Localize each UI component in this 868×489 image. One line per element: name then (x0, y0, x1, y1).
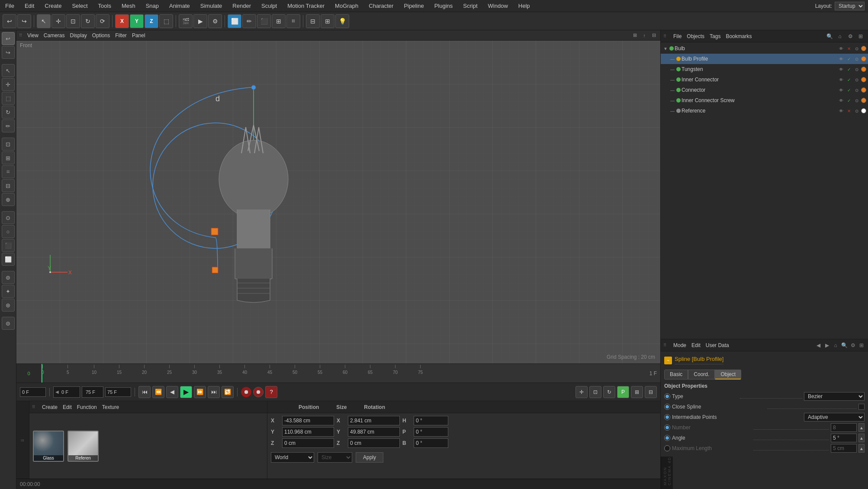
timeline-ruler[interactable]: 0 051015202530354045505560657075 1 F (16, 364, 660, 383)
menu-window[interactable]: Window (486, 2, 510, 10)
array-button[interactable]: ⊞ (272, 14, 286, 28)
obj-row-bulbprofile[interactable]: — Bulb Profile 👁 ✓ ⊙ (661, 54, 868, 64)
reference-icon-eye[interactable]: 👁 (838, 107, 845, 114)
x-axis-button[interactable]: X (115, 14, 129, 28)
prop-closespline-checkbox[interactable] (858, 404, 865, 410)
material-reference[interactable]: Referen (68, 431, 99, 462)
reference-expand-icon[interactable]: — (669, 108, 675, 114)
deformer-button[interactable]: ⌗ (286, 14, 300, 28)
playback-icon-2[interactable]: ⊡ (589, 386, 601, 398)
obj-menu-tags[interactable]: Tags (710, 33, 720, 39)
innerconnector-icon-eye[interactable]: 👁 (838, 76, 845, 83)
left-tool-12[interactable]: ⬛ (2, 239, 15, 252)
left-tool-1[interactable]: ↩ (2, 32, 15, 45)
obj-tb-gear[interactable]: ⚙ (845, 32, 855, 41)
innerconnector-icon-check[interactable]: ✓ (845, 76, 852, 83)
innerconnectorscrew-expand-icon[interactable]: — (669, 97, 675, 103)
cube-button[interactable]: ⬜ (228, 14, 241, 28)
size-dropdown[interactable]: Size (318, 452, 352, 463)
left-tool-14[interactable]: ⊚ (2, 271, 15, 284)
loop-button[interactable]: 🔁 (222, 386, 234, 398)
bulbprofile-icon-eye[interactable]: 👁 (838, 55, 845, 62)
prop-number-input[interactable] (831, 423, 857, 432)
left-tool-5[interactable]: ⊡ (2, 138, 15, 151)
obj-tb-home[interactable]: ⌂ (835, 32, 845, 41)
material-glass[interactable]: Glass (33, 431, 64, 462)
connector-icon-check[interactable]: ✓ (845, 87, 852, 93)
transform-tool-button[interactable]: ⟳ (96, 14, 109, 28)
go-first-button[interactable]: ⏮ (138, 386, 151, 398)
viewport[interactable]: ⠿ View Cameras Display Options Filter Pa… (16, 30, 660, 364)
left-tool-2[interactable]: ↪ (2, 46, 15, 59)
playback-icon-6[interactable]: ⊟ (645, 386, 657, 398)
play-next-button[interactable]: ⏩ (194, 386, 206, 398)
layout-dropdown[interactable]: Startup (835, 2, 865, 10)
tungsten-icon-check[interactable]: ✓ (845, 66, 852, 73)
obj-menu-bookmarks[interactable]: Bookmarks (726, 33, 752, 39)
coord-x-pos[interactable] (282, 416, 334, 425)
left-tool-11[interactable]: ○ (2, 225, 15, 238)
innerconnectorscrew-icon-dot[interactable]: ⊙ (853, 97, 860, 104)
menu-sculpt[interactable]: Sculpt (260, 2, 279, 10)
connector-icon-eye[interactable]: 👁 (838, 87, 845, 93)
reference-icon-dot[interactable]: ⊙ (853, 107, 860, 114)
undo-button[interactable]: ↩ (3, 14, 16, 28)
menu-file[interactable]: File (3, 2, 16, 10)
obj-menu-file[interactable]: File (673, 33, 682, 39)
menu-render[interactable]: Render (231, 2, 253, 10)
pen-tool-button[interactable]: ✏ (242, 14, 256, 28)
prop-number-stepper-up[interactable]: ▲ (858, 423, 865, 432)
props-expand[interactable]: ⊞ (858, 341, 865, 349)
props-nav-back[interactable]: ◀ (814, 341, 822, 349)
obj-row-innerconnectorscrew[interactable]: — Inner Connector Screw 👁 ✓ ⊙ (661, 95, 868, 106)
start-frame-input[interactable] (60, 387, 77, 397)
autokey-button[interactable]: ⏺ (253, 387, 264, 397)
prop-intermediatepoints-select[interactable]: Adaptive Uniform Subdivided (804, 413, 865, 421)
menu-mesh[interactable]: Mesh (120, 2, 137, 10)
menu-script[interactable]: Script (461, 2, 479, 10)
keyframe-button[interactable]: ? (265, 386, 277, 398)
bulb-expand-icon[interactable]: ▼ (662, 45, 669, 51)
coord-y-pos[interactable] (282, 427, 334, 437)
menu-animate[interactable]: Animate (167, 2, 192, 10)
coord-x-size[interactable] (348, 416, 400, 425)
props-menu-edit[interactable]: Edit (691, 342, 701, 348)
props-nav-fwd[interactable]: ▶ (823, 341, 831, 349)
obj-row-tungsten[interactable]: — Tungsten 👁 ✓ ⊙ (661, 64, 868, 74)
connector-icon-dot[interactable]: ⊙ (853, 87, 860, 93)
go-last-button[interactable]: ⏭ (208, 386, 220, 398)
obj-menu-objects[interactable]: Objects (687, 33, 704, 39)
playback-icon-4[interactable]: P (617, 386, 629, 398)
boolean-button[interactable]: ⬛ (257, 14, 271, 28)
left-tool-box[interactable]: ⬚ (2, 92, 15, 105)
play-back-button[interactable]: ◀ (166, 386, 178, 398)
scale-tool-button[interactable]: ⊡ (66, 14, 80, 28)
playback-icon-1[interactable]: ✛ (575, 386, 588, 398)
left-tool-9[interactable]: ⊕ (2, 193, 15, 206)
props-gear[interactable]: ⚙ (849, 341, 857, 349)
menu-motiontracker[interactable]: Motion Tracker (286, 2, 326, 10)
innerconnector-icon-dot[interactable]: ⊙ (853, 76, 860, 83)
move-tool-button[interactable]: ✛ (51, 14, 65, 28)
innerconnectorscrew-icon-check[interactable]: ✓ (845, 97, 852, 104)
bulbprofile-expand-icon[interactable]: — (669, 56, 675, 62)
viewport-icon-3[interactable]: ⊟ (650, 32, 658, 39)
menu-create[interactable]: Create (43, 2, 63, 10)
viewport-menu-panel[interactable]: Panel (132, 32, 145, 39)
redo-button[interactable]: ↪ (17, 14, 31, 28)
obj-tb-expand[interactable]: ⊞ (856, 32, 865, 41)
coord-p-rot[interactable] (414, 427, 448, 437)
select-tool-button[interactable]: ↖ (37, 14, 51, 28)
menu-character[interactable]: Character (367, 2, 395, 10)
material-menu-create[interactable]: Create (42, 404, 58, 410)
bulbprofile-icon-check[interactable]: ✓ (845, 55, 852, 62)
obj-row-bulb[interactable]: ▼ Bulb 👁 ✕ ⊙ (661, 43, 868, 54)
end-frame-input[interactable] (84, 387, 101, 397)
props-search[interactable]: 🔍 (840, 341, 848, 349)
props-menu-mode[interactable]: Mode (673, 342, 686, 348)
tab-basic[interactable]: Basic (664, 370, 688, 380)
connector-expand-icon[interactable]: — (669, 87, 675, 93)
grid-button[interactable]: ⊟ (306, 14, 320, 28)
current-frame-input[interactable] (20, 387, 46, 397)
playhead[interactable] (42, 364, 42, 383)
